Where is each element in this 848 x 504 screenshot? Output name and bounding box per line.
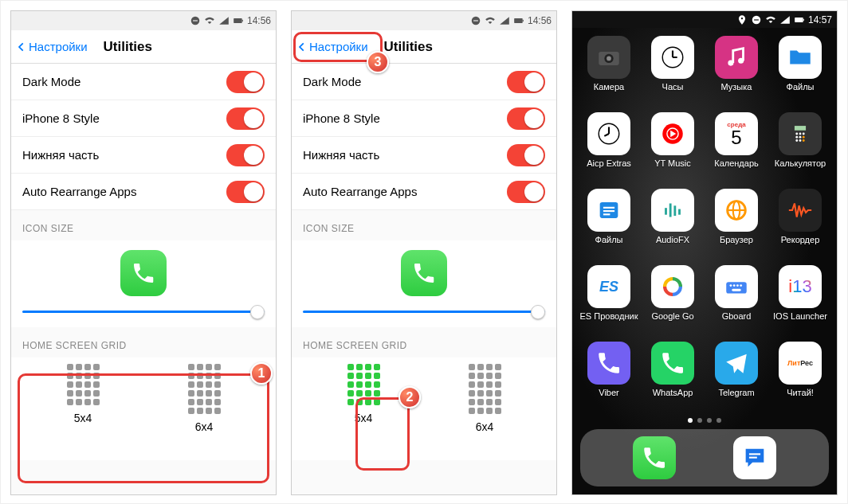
toggle-bottom[interactable]	[226, 144, 265, 166]
app-audiofx[interactable]: AudioFX	[641, 189, 705, 262]
toggle-rearrange[interactable]	[226, 181, 265, 203]
app-icon	[651, 265, 694, 308]
dock-app[interactable]	[733, 436, 776, 479]
app-файлы[interactable]: Файлы	[768, 36, 832, 109]
app-icon	[715, 189, 758, 232]
grid-option-6x4[interactable]: 6x4	[185, 361, 224, 436]
app-es-проводник[interactable]: ESES Проводник	[577, 265, 641, 338]
svg-point-35	[803, 136, 805, 139]
app-aicp-extras[interactable]: Aicp Extras	[577, 112, 641, 186]
svg-rect-14	[803, 18, 804, 20]
app-label: Telegram	[718, 388, 754, 397]
section-grid: HOME SCREEN GRID	[292, 327, 556, 357]
phone-icon	[120, 250, 167, 296]
app-whatsapp[interactable]: WhatsApp	[641, 342, 705, 415]
row-label: Dark Mode	[303, 75, 361, 88]
page-title: Utilities	[104, 39, 152, 55]
home-screen: КамераЧасыМузыкаФайлыAicp ExtrasYT Music…	[572, 28, 837, 494]
app-telegram[interactable]: Telegram	[705, 342, 768, 415]
app-gboard[interactable]: Gboard	[705, 265, 768, 338]
toggle-bottom[interactable]	[507, 144, 545, 166]
app-label: Google Go	[651, 311, 693, 321]
toggle-rearrange[interactable]	[507, 181, 545, 203]
grid-preview-5x4	[347, 364, 380, 405]
section-icon-size: ICON SIZE	[292, 210, 556, 240]
svg-rect-45	[673, 205, 676, 216]
app-icon	[715, 265, 758, 308]
row-iphone8: iPhone 8 Style	[292, 100, 556, 137]
svg-point-22	[738, 58, 744, 64]
page-dot	[716, 418, 721, 423]
toggle-dark-mode[interactable]	[507, 71, 545, 93]
clock-text: 14:56	[528, 15, 552, 26]
battery-icon	[513, 15, 524, 26]
dock-app[interactable]	[633, 436, 676, 479]
app-label: ES Проводник	[580, 311, 638, 321]
svg-point-56	[733, 284, 736, 287]
app-icon: среда5	[715, 112, 758, 155]
svg-rect-12	[754, 19, 759, 20]
row-label: Нижняя часть	[22, 148, 99, 162]
icon-size-slider[interactable]	[22, 311, 265, 313]
page-dot	[697, 418, 702, 423]
phone-icon	[401, 250, 447, 296]
battery-icon	[794, 14, 805, 25]
grid-preview-6x4	[188, 364, 221, 414]
svg-rect-9	[523, 20, 524, 21]
app-label: Viber	[599, 388, 618, 397]
app-icon: ЛитРес	[779, 342, 822, 385]
home-screen-panel: 14:57 КамераЧасыМузыкаФайлыAicp ExtrasYT…	[571, 10, 838, 495]
row-iphone8: iPhone 8 Style	[11, 100, 276, 137]
app-браузер[interactable]: Браузер	[705, 189, 768, 262]
back-button[interactable]: Настройки	[16, 40, 88, 53]
svg-rect-41	[603, 210, 614, 212]
app-камера[interactable]: Камера	[577, 36, 641, 109]
app-label: Часы	[662, 82, 684, 92]
app-файлы[interactable]: Файлы	[577, 189, 641, 262]
svg-point-34	[799, 136, 802, 139]
app-label: Aicp Extras	[587, 158, 631, 168]
icon-size-slider[interactable]	[303, 311, 545, 313]
grid-label: 6x4	[476, 420, 494, 433]
toggle-dark-mode[interactable]	[226, 71, 265, 93]
app-icon	[779, 112, 822, 155]
app-ios-launcher[interactable]: i13IOS Launcher	[768, 265, 832, 338]
back-label: Настройки	[309, 40, 368, 53]
app-icon	[779, 189, 822, 232]
app-календарь[interactable]: среда5Календарь	[705, 112, 768, 186]
app-label: Календарь	[714, 158, 759, 168]
grid-options: 5x4 6x4	[11, 357, 276, 460]
grid-label: 5x4	[74, 412, 92, 424]
grid-option-5x4[interactable]: 5x4	[64, 361, 103, 436]
toggle-iphone8[interactable]	[507, 107, 545, 130]
svg-rect-29	[795, 126, 806, 131]
app-viber[interactable]: Viber	[577, 342, 641, 415]
app-label: IOS Launcher	[773, 311, 827, 321]
icon-size-zone	[11, 240, 276, 327]
svg-rect-2	[193, 20, 198, 21]
app-icon	[715, 36, 758, 79]
settings-panel-1: 14:56 Настройки Utilities Dark Mode iPho…	[10, 10, 277, 495]
app-калькулятор[interactable]: Калькулятор	[768, 112, 832, 186]
app-icon	[651, 189, 694, 232]
row-dark-mode: Dark Mode	[292, 64, 556, 100]
app-музыка[interactable]: Музыка	[705, 36, 768, 109]
location-icon	[736, 14, 748, 25]
app-часы[interactable]: Часы	[641, 36, 705, 109]
app-yt-music[interactable]: YT Music	[641, 112, 705, 186]
app-google-go[interactable]: Google Go	[641, 265, 705, 338]
svg-point-31	[799, 133, 802, 135]
grid-option-5x4-selected[interactable]: 5x4	[344, 361, 383, 436]
settings-list: Dark Mode iPhone 8 Style Нижняя часть Au…	[292, 64, 556, 494]
toggle-iphone8[interactable]	[226, 107, 265, 130]
app-label: Рекордер	[781, 235, 820, 244]
app-рекордер[interactable]: Рекордер	[768, 189, 832, 262]
page-indicator	[572, 415, 837, 429]
app-читай![interactable]: ЛитРесЧитай!	[768, 342, 832, 415]
grid-label: 6x4	[195, 420, 214, 433]
wifi-icon	[204, 15, 215, 26]
back-button[interactable]: Настройки	[296, 40, 368, 53]
grid-preview-5x4	[67, 364, 100, 405]
grid-option-6x4[interactable]: 6x4	[465, 361, 504, 436]
navbar: Настройки Utilities	[292, 30, 556, 64]
